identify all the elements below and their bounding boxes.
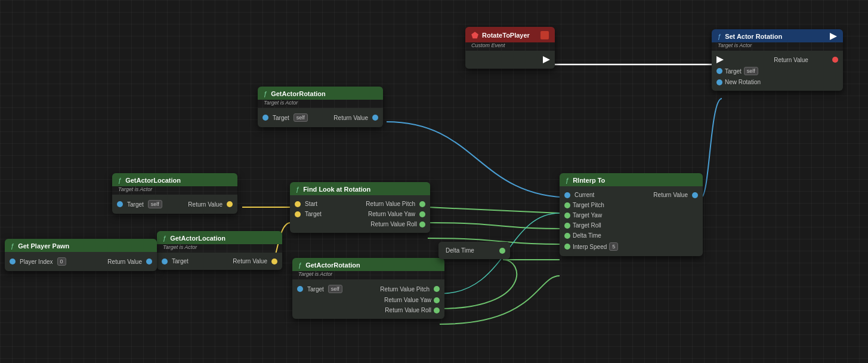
target-pin — [162, 259, 168, 264]
self-badge: self — [148, 200, 162, 208]
rv-pitch-label: Return Value Pitch — [366, 201, 415, 207]
return-label: Return Value — [653, 192, 688, 198]
rotate-to-player-node: ⬟ RotateToPlayer Custom Event — [465, 27, 555, 69]
delta-time-pin — [564, 233, 570, 239]
get-player-pawn-node: ƒ Get Player Pawn Player Index 0 Return … — [5, 239, 157, 271]
current-label: Current — [574, 192, 594, 198]
node-title: GetActorRotation — [305, 262, 360, 269]
return-label: Return Value — [107, 259, 142, 265]
rv-roll-label: Return Value Roll — [370, 221, 417, 227]
node-title: Set Actor Rotation — [725, 33, 782, 40]
player-index-label: Player Index — [20, 259, 53, 265]
target-label: Target — [172, 258, 189, 264]
target-pin — [716, 68, 722, 74]
start-label: Start — [305, 201, 317, 207]
rinterp-to-node: ƒ RInterp To Current Return Value Target… — [560, 173, 703, 256]
rv-pitch-label: Return Value Pitch — [380, 286, 430, 293]
func-icon: ƒ — [296, 186, 299, 193]
node-title: RInterp To — [573, 177, 605, 184]
func-icon: ƒ — [566, 177, 569, 184]
return-value-pin — [832, 57, 838, 63]
delta-time-label: Delta Time — [573, 232, 601, 239]
node-subtitle: Target is Actor — [112, 186, 237, 195]
delta-time-pin — [499, 248, 505, 254]
get-actor-rotation-2-node: ƒ GetActorRotation Target is Actor Targe… — [292, 258, 444, 319]
return-pin — [372, 115, 378, 121]
target-yaw-pin — [564, 213, 570, 219]
interp-speed-value: 5 — [609, 242, 618, 251]
rv-roll-pin — [419, 222, 425, 227]
return-label: Return Value — [188, 201, 223, 208]
rv-yaw-label: Return Value Yaw — [384, 297, 431, 303]
find-look-at-rotation-node: ƒ Find Look at Rotation Start Return Val… — [290, 182, 430, 233]
node-title: GetActorRotation — [271, 90, 326, 97]
set-actor-rotation-node: ƒ Set Actor Rotation Target is Actor Ret… — [712, 29, 843, 91]
self-badge: self — [294, 113, 308, 122]
rv-pitch-pin — [419, 201, 425, 207]
player-index-value: 0 — [57, 257, 66, 266]
rv-pitch-pin — [434, 286, 440, 292]
node-title: GetActorLocation — [170, 235, 226, 242]
exec-out-pin — [830, 33, 837, 40]
event-icon: ⬟ — [471, 30, 478, 40]
target-label: Target — [305, 211, 322, 217]
func-icon: ƒ — [11, 242, 14, 250]
new-rotation-pin — [716, 79, 722, 85]
target-pitch-pin — [564, 202, 570, 208]
return-label: Return Value — [233, 258, 267, 264]
func-icon: ƒ — [118, 177, 122, 184]
node-subtitle: Target is Actor — [292, 271, 444, 279]
player-index-pin — [10, 259, 16, 264]
new-rotation-label: New Rotation — [725, 79, 761, 85]
rv-yaw-label: Return Value Yaw — [368, 211, 415, 217]
return-pin — [146, 259, 152, 264]
target-pin — [297, 286, 303, 292]
delta-time-node: Delta Time — [438, 242, 510, 259]
target-label: Target — [725, 68, 742, 75]
exec-in-pin — [716, 56, 724, 63]
node-title: GetActorLocation — [125, 177, 181, 184]
target-label: Target — [127, 201, 144, 208]
rv-roll-pin — [434, 307, 440, 313]
get-actor-location-1-node: ƒ GetActorLocation Target is Actor Targe… — [112, 173, 237, 214]
func-icon: ƒ — [264, 90, 267, 97]
start-pin — [295, 201, 301, 207]
target-yaw-label: Target Yaw — [573, 212, 602, 219]
exec-out-pin — [543, 56, 550, 63]
target-label: Target — [273, 115, 289, 121]
return-pin — [227, 201, 233, 207]
func-icon: ƒ — [298, 262, 302, 269]
node-subtitle: Target is Actor — [258, 100, 383, 108]
func-icon: ƒ — [718, 33, 721, 40]
target-label: Target — [307, 286, 324, 293]
target-pin — [295, 211, 301, 217]
return-pin — [692, 192, 698, 198]
node-subtitle: Custom Event — [465, 42, 555, 51]
target-pitch-label: Target Pitch — [573, 202, 604, 208]
target-pin — [262, 115, 268, 121]
target-roll-pin — [564, 223, 570, 229]
delta-time-label: Delta Time — [446, 247, 474, 254]
get-actor-rotation-1-node: ƒ GetActorRotation Target is Actor Targe… — [258, 87, 383, 127]
node-title: Find Look at Rotation — [303, 186, 370, 193]
return-pin — [271, 259, 277, 264]
return-value-label: Return Value — [774, 57, 808, 63]
rv-roll-label: Return Value Roll — [385, 307, 431, 313]
self-badge: self — [328, 285, 342, 293]
rv-yaw-pin — [434, 297, 440, 303]
target-pin — [117, 201, 123, 207]
return-label: Return Value — [333, 115, 368, 121]
func-icon: ƒ — [163, 235, 166, 242]
svg-line-2 — [428, 207, 560, 213]
target-roll-label: Target Roll — [573, 222, 601, 229]
rv-yaw-pin — [419, 211, 425, 217]
node-subtitle: Target is Actor — [712, 42, 843, 51]
node-title: RotateToPlayer — [482, 32, 530, 39]
node-subtitle: Target is Actor — [157, 244, 282, 253]
interp-speed-label: Interp Speed — [573, 244, 607, 250]
node-title: Get Player Pawn — [18, 242, 69, 250]
current-pin — [564, 192, 570, 198]
self-badge: self — [744, 67, 758, 75]
get-actor-location-2-node: ƒ GetActorLocation Target is Actor Targe… — [157, 231, 282, 270]
interp-speed-pin — [564, 244, 570, 250]
